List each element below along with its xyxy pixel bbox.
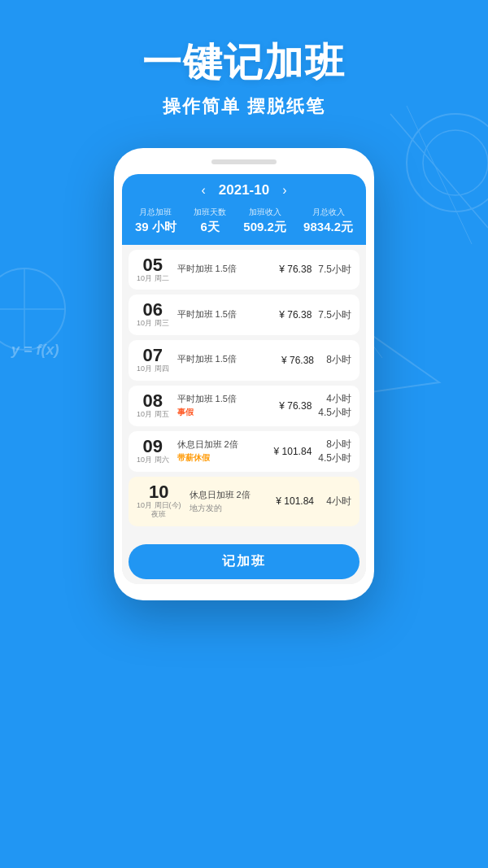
stat-value-1: 6天	[194, 220, 226, 235]
record-info: 休息日加班 2倍地方发的	[190, 489, 272, 514]
record-hours: 7.5小时	[318, 308, 351, 322]
record-btn-wrap: 记加班	[122, 536, 366, 584]
record-card[interactable]: 0610月 周三平时加班 1.5倍¥ 76.387.5小时	[129, 294, 359, 335]
date-sub: 10月 周五	[137, 410, 169, 420]
record-card[interactable]: 0810月 周五平时加班 1.5倍事假¥ 76.384小时4.5小时	[129, 386, 359, 426]
record-amount: ¥ 76.38	[269, 309, 312, 321]
sub-title: 操作简单 摆脱纸笔	[0, 94, 488, 119]
date-number: 05	[137, 256, 169, 274]
stat-value-2: 509.2元	[243, 220, 286, 235]
date-number: 09	[137, 438, 169, 456]
record-hours: 8小时	[320, 353, 351, 367]
record-type: 平时加班 1.5倍	[177, 393, 270, 405]
date-block: 0910月 周六	[137, 438, 169, 465]
record-card[interactable]: 0510月 周二平时加班 1.5倍¥ 76.387.5小时	[129, 250, 359, 290]
record-amount: ¥ 76.38	[269, 264, 312, 275]
date-sub: 10月 周三	[137, 319, 169, 329]
date-block: 0710月 周四	[137, 347, 169, 374]
record-hours-secondary: 4.5小时	[318, 451, 351, 465]
phone-container: ‹ 2021-10 › 月总加班 39 小时 加班天数 6天 加班收入	[0, 148, 488, 600]
date-number: 07	[137, 347, 169, 364]
month-label: 2021-10	[219, 182, 269, 198]
stats-row: 月总加班 39 小时 加班天数 6天 加班收入 509.2元 月总收入 9834…	[132, 207, 356, 235]
record-hours-primary: 4小时	[318, 392, 351, 406]
record-info: 休息日加班 2倍带薪休假	[177, 438, 270, 464]
record-card[interactable]: 0910月 周六休息日加班 2倍带薪休假¥ 101.848小时4.5小时	[129, 431, 359, 472]
date-number: 08	[137, 392, 169, 410]
date-block: 0510月 周二	[137, 256, 169, 284]
record-info: 平时加班 1.5倍	[177, 263, 270, 277]
stat-value-3: 9834.2元	[303, 220, 353, 235]
stat-value-0: 39 小时	[135, 220, 176, 235]
record-amount: ¥ 101.84	[269, 446, 312, 457]
date-sub: 10月 周二	[137, 274, 169, 284]
stat-label-1: 加班天数	[194, 207, 226, 218]
record-hours-secondary: 4.5小时	[318, 406, 351, 420]
record-hours-primary: 8小时	[318, 438, 351, 451]
record-info: 平时加班 1.5倍	[177, 308, 270, 322]
record-hours-stack: 4小时4.5小时	[318, 392, 351, 420]
record-tag: 事假	[177, 407, 270, 418]
stat-label-0: 月总加班	[135, 207, 176, 218]
record-hours-stack: 8小时4.5小时	[318, 438, 351, 465]
month-nav: ‹ 2021-10 ›	[132, 182, 356, 198]
record-hours: 7.5小时	[318, 263, 351, 277]
stat-total-income: 月总收入 9834.2元	[303, 207, 353, 235]
record-hours: 4小时	[320, 495, 351, 508]
date-block: 1010月 周日(今) 夜班	[137, 483, 181, 520]
record-type: 休息日加班 2倍	[177, 438, 270, 451]
prev-month-button[interactable]: ‹	[201, 183, 205, 198]
record-card[interactable]: 1010月 周日(今) 夜班休息日加班 2倍地方发的¥ 101.844小时	[129, 477, 359, 526]
record-info: 平时加班 1.5倍事假	[177, 393, 270, 418]
record-tag: 带薪休假	[177, 452, 270, 464]
record-type: 休息日加班 2倍	[190, 489, 272, 501]
record-amount: ¥ 101.84	[272, 495, 314, 507]
record-card[interactable]: 0710月 周四平时加班 1.5倍¥ 76.388小时	[129, 340, 359, 381]
records-list: 0510月 周二平时加班 1.5倍¥ 76.387.5小时0610月 周三平时加…	[122, 245, 366, 536]
date-sub: 10月 周日(今) 夜班	[137, 501, 181, 520]
record-type: 平时加班 1.5倍	[177, 353, 272, 365]
month-header: ‹ 2021-10 › 月总加班 39 小时 加班天数 6天 加班收入	[122, 174, 366, 245]
record-amount: ¥ 76.38	[272, 355, 314, 366]
record-overtime-button[interactable]: 记加班	[129, 544, 359, 579]
stat-days: 加班天数 6天	[194, 207, 226, 235]
record-type: 平时加班 1.5倍	[177, 263, 270, 275]
phone-inner: ‹ 2021-10 › 月总加班 39 小时 加班天数 6天 加班收入	[122, 174, 366, 584]
date-block: 0810月 周五	[137, 392, 169, 420]
stat-total-overtime: 月总加班 39 小时	[135, 207, 176, 235]
header-section: 一键记加班 操作简单 摆脱纸笔	[0, 0, 488, 135]
record-note: 地方发的	[190, 503, 272, 514]
date-sub: 10月 周四	[137, 364, 169, 374]
stat-label-3: 月总收入	[303, 207, 353, 218]
record-info: 平时加班 1.5倍	[177, 353, 272, 367]
date-block: 0610月 周三	[137, 301, 169, 329]
record-type: 平时加班 1.5倍	[177, 308, 270, 321]
date-number: 06	[137, 301, 169, 319]
stat-overtime-income: 加班收入 509.2元	[243, 207, 286, 235]
stat-label-2: 加班收入	[243, 207, 286, 218]
date-number: 10	[137, 483, 181, 501]
main-title: 一键记加班	[0, 39, 488, 86]
next-month-button[interactable]: ›	[282, 183, 286, 198]
phone-notch	[211, 159, 277, 164]
phone-frame: ‹ 2021-10 › 月总加班 39 小时 加班天数 6天 加班收入	[114, 148, 374, 600]
record-amount: ¥ 76.38	[269, 400, 312, 412]
date-sub: 10月 周六	[137, 456, 169, 465]
